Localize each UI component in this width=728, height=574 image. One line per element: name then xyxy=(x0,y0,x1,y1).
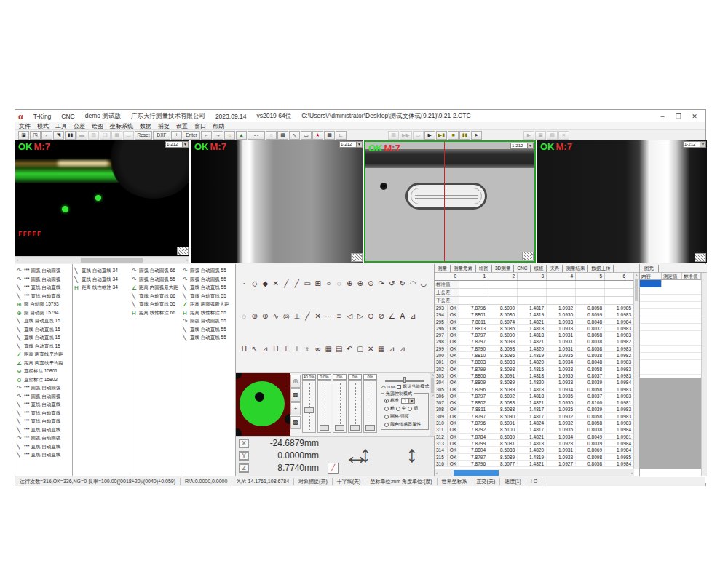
palette-tool-button[interactable]: ▭ xyxy=(302,279,313,289)
column-header[interactable]: 2 xyxy=(488,273,518,280)
toolbar-button[interactable]: ✕ xyxy=(558,131,569,140)
toolbar-button[interactable]: ▲ xyxy=(236,131,247,140)
palette-tool-button[interactable]: ⊕ xyxy=(250,311,261,322)
element-list-item[interactable]: ↷ *** 圆弧 自动圆弧 xyxy=(15,276,72,284)
coarse-radio[interactable] xyxy=(384,407,389,411)
element-list-item[interactable]: ╲ 直线 自动直线 15 xyxy=(15,317,72,326)
toolbar-button[interactable]: ▭ xyxy=(123,131,134,140)
element-list-item[interactable]: ↷ 圆弧 自动圆弧 55 xyxy=(181,276,235,284)
element-detail-tab[interactable]: 图元 xyxy=(640,265,659,272)
menu-item[interactable]: 绘图 xyxy=(92,122,103,130)
toolbar-button[interactable]: ⌐ xyxy=(41,131,52,140)
palette-tool-button[interactable]: ╱ xyxy=(281,279,292,289)
element-list-item[interactable]: ╲ 直线 自动直线 55 xyxy=(130,300,181,309)
channel-select[interactable]: 1▼ xyxy=(401,398,415,404)
toolbar-button[interactable]: ← xyxy=(201,131,212,140)
table-row[interactable]: 302 OK 7.8799 8.5093 1.4815 1.0933 0.805… xyxy=(435,366,639,372)
mid-radio[interactable] xyxy=(396,407,400,411)
element-list-item[interactable]: ∠ 距离 内圆弧最大距 xyxy=(130,284,181,292)
table-row[interactable]: 300 OK 7.8810 8.5086 1.4819 1.0935 0.803… xyxy=(435,352,639,359)
palette-tool-button[interactable]: ◌ xyxy=(334,279,345,289)
palette-tool-button[interactable]: ◡ xyxy=(419,279,430,289)
toolbar-button[interactable]: - - xyxy=(248,131,265,140)
palette-tool-button[interactable]: ♀ xyxy=(302,344,313,354)
light-slider[interactable]: 0.0% xyxy=(317,374,332,436)
palette-tool-button[interactable]: ▤ xyxy=(334,344,345,354)
camera-mode-combo[interactable]: 1-212▼ xyxy=(510,143,534,149)
palette-tool-button[interactable]: ◠ xyxy=(408,279,419,289)
table-row[interactable]: 316 OK 7.8796 8.5077 1.4821 1.0927 0.805… xyxy=(435,461,639,467)
palette-tool-button[interactable]: ∞ xyxy=(313,344,324,354)
toolbar-button[interactable]: + xyxy=(171,131,182,140)
resize-grip-icon[interactable] xyxy=(177,247,189,255)
element-list-item[interactable]: ╲ *** 直线 自动直线 xyxy=(15,418,72,426)
column-header[interactable]: 4 xyxy=(547,273,576,280)
element-list-item[interactable]: ╲ *** 直线 自动直线 xyxy=(15,451,72,460)
element-list-item[interactable]: ↷ *** 圆弧 自动圆弧 xyxy=(15,434,72,443)
palette-tool-button[interactable]: ⊿ xyxy=(408,311,419,322)
scrollbar-thumb[interactable] xyxy=(81,258,143,263)
scroll-right-icon[interactable]: › xyxy=(186,257,188,263)
scroll-left-icon[interactable]: ‹ xyxy=(17,257,18,263)
light-slider[interactable]: 40.0% xyxy=(301,374,317,436)
ring-segment-button[interactable]: ▩ xyxy=(290,388,301,402)
results-tab[interactable]: 3D测量 xyxy=(492,265,514,272)
palette-tool-button[interactable]: 工 xyxy=(281,344,292,354)
table-row[interactable]: 301 OK 7.8803 8.5083 1.4820 1.0934 0.804… xyxy=(435,359,639,365)
column-header[interactable]: 标准值 xyxy=(682,273,701,279)
element-list-item[interactable]: ╲ 直线 自动直线 15 xyxy=(15,334,72,343)
palette-tool-button[interactable]: H xyxy=(271,344,282,354)
element-list-item[interactable]: ╲ *** 直线 自动直线 xyxy=(15,426,72,435)
menu-item[interactable]: 工具 xyxy=(55,122,67,130)
table-row[interactable]: 315 OK 7.8797 8.5089 1.4819 1.0933 0.809… xyxy=(435,454,639,461)
element-list-item[interactable]: ↷ *** 圆弧 自动圆弧 xyxy=(15,267,72,276)
toolbar-run-button[interactable]: ▶▮ xyxy=(436,131,447,140)
fine-radio[interactable] xyxy=(408,407,412,411)
table-row[interactable]: 314 OK 7.8804 8.5088 1.4820 1.0931 0.806… xyxy=(435,447,639,453)
results-tab[interactable]: 模板 xyxy=(531,265,547,272)
palette-tool-button[interactable]: ↻ xyxy=(397,279,408,289)
camera-mode-combo[interactable]: 1-212▼ xyxy=(165,141,189,148)
toolbar-run-button[interactable]: ➤ xyxy=(471,131,482,140)
toolbar-button[interactable]: ▮▮ xyxy=(65,131,76,140)
element-list-item[interactable]: ∠ 距离 两圆弧最大距 xyxy=(181,300,235,309)
camera-mode-combo[interactable]: 1-212▼ xyxy=(683,141,706,148)
column-header[interactable]: 内容 xyxy=(640,273,662,279)
slider-thumb[interactable] xyxy=(304,407,314,413)
element-list-item[interactable]: ╲ 直线 自动直线 34 xyxy=(73,267,130,276)
menu-item[interactable]: 设置 xyxy=(176,122,188,130)
table-row[interactable]: 303 OK 7.8806 8.5091 1.4818 1.0935 0.803… xyxy=(435,372,639,379)
table-row[interactable]: 311 OK 7.8792 8.5100 1.4817 1.0935 0.803… xyxy=(435,426,639,433)
table-row[interactable]: 下公差 xyxy=(435,297,639,305)
table-row[interactable]: 295 OK 7.8811 8.5074 1.4821 1.0933 0.804… xyxy=(435,319,639,325)
palette-tool-button[interactable]: ↖ xyxy=(250,344,261,354)
camera-mode-combo[interactable]: 1-212▼ xyxy=(339,141,363,148)
palette-tool-button[interactable]: ╱ xyxy=(292,279,303,289)
palette-tool-button[interactable]: ∿ xyxy=(271,311,282,322)
standard-radio[interactable] xyxy=(384,399,389,403)
element-list-item[interactable]: H 距离 线性标注 34 xyxy=(73,284,130,292)
column-header[interactable]: 0 xyxy=(435,273,459,280)
palette-tool-button[interactable]: ⊕ xyxy=(355,279,366,289)
scroll-left-icon[interactable]: ‹ xyxy=(436,469,438,477)
results-tab[interactable]: 测量元素 xyxy=(451,265,476,272)
toolbar-button[interactable]: ❏ xyxy=(100,131,111,140)
results-tab[interactable]: CNC xyxy=(514,265,531,272)
jog-z-arrows-icon[interactable]: ↕ xyxy=(406,439,418,469)
camera-view-4[interactable]: OKM:7 1-212▼ xyxy=(537,140,707,263)
toolbar-button[interactable]: ☼ xyxy=(224,131,235,140)
element-list-item[interactable]: ⊕ 圆 自动圆 15794 xyxy=(15,309,72,318)
element-list-item[interactable]: ∠ 距离 两直线平均距 xyxy=(15,359,72,368)
toolbar-button[interactable]: ▶ xyxy=(523,131,534,140)
element-list-item[interactable]: ╲ *** 直线 自动直线 xyxy=(15,292,72,301)
toolbar-button[interactable]: ▦ xyxy=(111,131,122,140)
element-list-item[interactable]: ↷ *** 圆弧 自动圆弧 xyxy=(15,384,72,393)
table-row[interactable]: 296 OK 7.8813 8.5086 1.4818 1.0933 0.803… xyxy=(435,325,639,332)
toolbar-button[interactable]: ▤ xyxy=(547,131,558,140)
palette-tool-button[interactable]: ✕ xyxy=(365,344,376,354)
palette-tool-button[interactable]: ⊖ xyxy=(365,311,376,322)
slider-thumb[interactable] xyxy=(350,425,360,431)
table-row[interactable]: 294 OK 7.8801 8.5080 1.4819 1.0930 0.809… xyxy=(435,311,639,318)
palette-tool-button[interactable]: ✕ xyxy=(313,311,324,322)
results-tab[interactable]: 夹具 xyxy=(547,265,563,272)
